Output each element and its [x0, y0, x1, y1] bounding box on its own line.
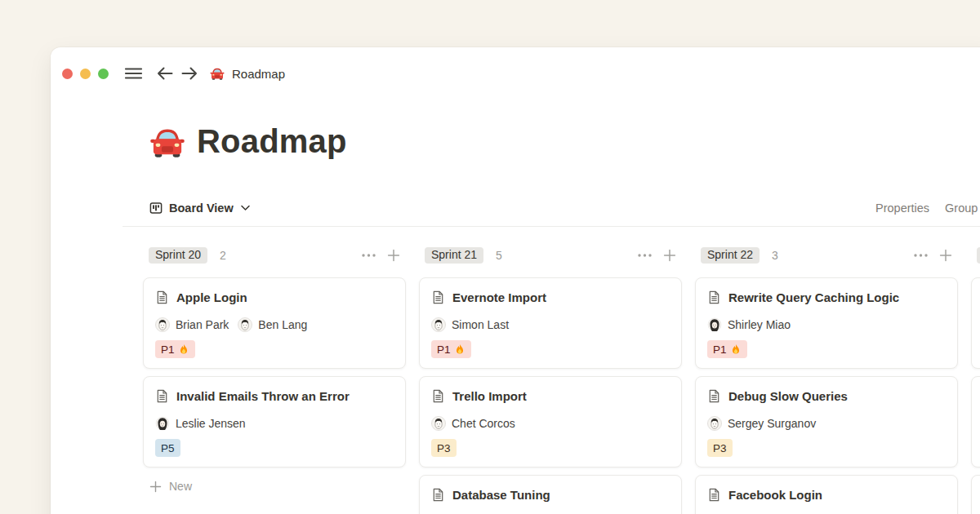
priority-badge: P5 — [155, 439, 180, 457]
board-card[interactable] — [971, 277, 980, 369]
priority-badge: P3 — [431, 439, 457, 457]
plus-icon — [149, 481, 162, 493]
assignee-name: Brian Park — [176, 318, 229, 331]
column-card-count: 3 — [772, 249, 778, 262]
minimize-window-button[interactable] — [80, 69, 91, 79]
column-group-pill[interactable]: Sprint 20 — [149, 247, 207, 264]
car-icon[interactable] — [149, 126, 185, 158]
card-title: Database Tuning — [452, 488, 550, 502]
column-card-count: 2 — [220, 249, 226, 262]
card-title: Evernote Import — [452, 290, 546, 304]
board-card[interactable]: Debug Slow QueriesSergey SurganovP3 — [695, 376, 958, 467]
card-assignees: Brian ParkBen Lang — [155, 317, 394, 333]
breadcrumb[interactable]: Roadmap — [232, 67, 285, 81]
page-background: Roadmap Roadmap Board View Properties Gr… — [0, 0, 980, 514]
fire-icon — [178, 343, 189, 356]
column-card-count: 5 — [496, 249, 502, 262]
close-window-button[interactable] — [62, 69, 73, 79]
card-assignees: Leslie Jensen — [155, 415, 394, 432]
page-title[interactable]: Roadmap — [197, 123, 347, 160]
assignee: Simon Last — [431, 317, 509, 332]
board-column — [971, 243, 980, 514]
board-card[interactable] — [971, 376, 980, 467]
board-card[interactable]: Rewrite Query Caching LogicShirley MiaoP… — [695, 277, 958, 369]
male-sketch-avatar — [431, 416, 446, 431]
card-assignees: Shirley Miao — [707, 317, 946, 333]
new-card-button[interactable]: New — [143, 475, 406, 498]
titlebar: Roadmap — [62, 60, 285, 86]
fire-icon — [454, 343, 466, 356]
assignee-name: Chet Corcos — [452, 417, 515, 430]
doc-icon — [155, 389, 169, 403]
group-by-prefix: Group by — [945, 202, 980, 215]
zoom-window-button[interactable] — [98, 69, 109, 79]
doc-icon — [431, 389, 445, 403]
doc-icon — [431, 488, 445, 502]
column-group-pill[interactable]: Sprint 21 — [425, 247, 483, 264]
doc-icon — [707, 488, 721, 502]
board-card[interactable]: Database Tuning — [419, 475, 682, 514]
assignee-name: Ben Lang — [258, 318, 307, 331]
board-view: Sprint 202Apple LoginBrian ParkBen LangP… — [143, 243, 980, 514]
page-header: Roadmap — [149, 123, 347, 160]
male-sketch-avatar — [707, 416, 722, 431]
properties-button[interactable]: Properties — [875, 202, 929, 215]
assignee: Sergey Surganov — [707, 416, 816, 431]
column-add-icon[interactable] — [663, 249, 676, 262]
arrow-left-icon[interactable] — [156, 65, 174, 82]
board-card[interactable] — [971, 475, 980, 514]
assignee-name: Sergey Surganov — [728, 417, 816, 430]
doc-icon — [707, 389, 721, 403]
group-by-button[interactable]: Group bySprint — [945, 202, 980, 215]
male-sketch-avatar — [431, 317, 446, 332]
column-group-pill[interactable]: Sprint 22 — [701, 247, 760, 264]
board-view-selector[interactable]: Board View — [149, 196, 250, 220]
priority-badge: P1 — [707, 340, 747, 358]
view-label: Board View — [169, 202, 234, 215]
chevron-down-icon — [241, 205, 250, 211]
column-add-icon[interactable] — [939, 249, 952, 262]
doc-icon — [707, 290, 721, 304]
assignee-name: Shirley Miao — [728, 318, 791, 331]
card-title: Trello Import — [452, 389, 527, 403]
column-more-icon[interactable] — [637, 253, 653, 258]
hamburger-icon[interactable] — [124, 65, 143, 82]
arrow-right-icon[interactable] — [180, 65, 198, 82]
fire-icon — [730, 343, 742, 356]
male-sketch-avatar — [155, 317, 170, 332]
assignee: Ben Lang — [238, 317, 307, 332]
column-more-icon[interactable] — [913, 253, 929, 258]
board-card[interactable]: Trello ImportChet CorcosP3 — [419, 376, 682, 467]
column-more-icon[interactable] — [361, 253, 376, 258]
column-header: Sprint 202 — [143, 246, 406, 264]
assignee: Shirley Miao — [707, 317, 791, 332]
board-card[interactable]: Apple LoginBrian ParkBen LangP1 — [143, 277, 406, 369]
card-assignees: Chet Corcos — [431, 415, 670, 432]
column-header: Sprint 215 — [419, 246, 682, 264]
column-header — [971, 246, 980, 264]
assignee: Brian Park — [155, 317, 229, 332]
column-add-icon[interactable] — [387, 249, 400, 262]
column-header: Sprint 223 — [695, 246, 958, 264]
board-card[interactable]: Invalid Emails Throw an ErrorLeslie Jens… — [143, 376, 406, 467]
card-title: Rewrite Query Caching Logic — [728, 290, 899, 304]
card-title: Debug Slow Queries — [728, 389, 848, 403]
board-card[interactable]: Evernote ImportSimon LastP1 — [419, 277, 682, 369]
card-title: Apple Login — [176, 290, 247, 304]
new-card-label: New — [169, 480, 192, 493]
assignee: Chet Corcos — [431, 416, 515, 431]
column-group-pill[interactable] — [977, 247, 980, 264]
board-column: Sprint 223Rewrite Query Caching LogicShi… — [695, 243, 958, 514]
priority-badge: P3 — [707, 439, 733, 457]
card-assignees: Sergey Surganov — [707, 415, 946, 432]
priority-badge: P1 — [431, 340, 471, 358]
card-assignees: Simon Last — [431, 317, 670, 333]
view-toolbar: Board View Properties Group bySprint Fi — [149, 196, 980, 220]
card-title: Facebook Login — [728, 488, 822, 502]
toolbar-right: Properties Group bySprint Fi — [875, 196, 980, 220]
app-window: Roadmap Roadmap Board View Properties Gr… — [51, 47, 980, 514]
priority-badge: P1 — [155, 340, 195, 358]
board-column: Sprint 215Evernote ImportSimon LastP1Tre… — [419, 243, 682, 514]
car-icon — [210, 67, 225, 80]
board-card[interactable]: Facebook Login — [695, 475, 958, 514]
